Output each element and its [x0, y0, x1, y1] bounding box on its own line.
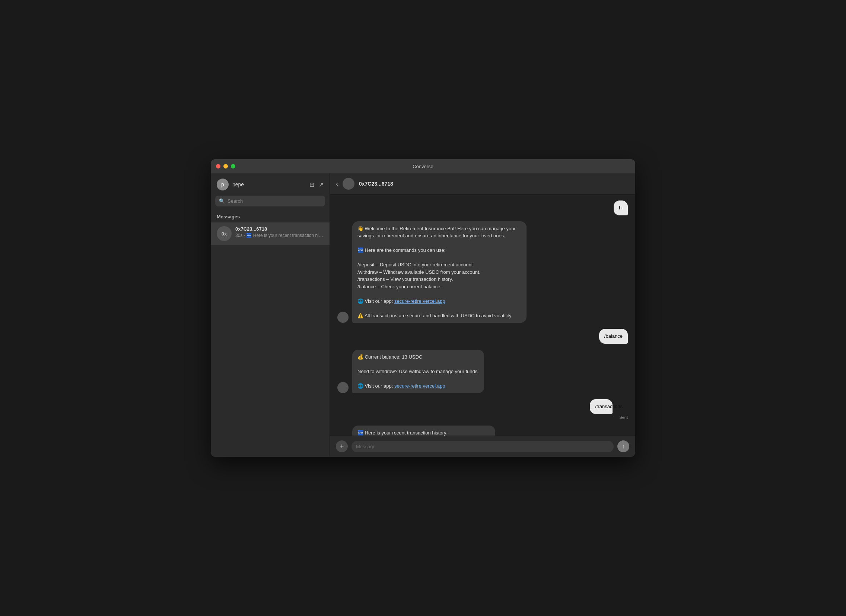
app-window: Converse p pepe ⊞ ↗ 🔍 Messages: [211, 159, 635, 457]
sidebar-icons: ⊞ ↗: [309, 181, 324, 188]
bubble-sent-transactions: /transactions: [590, 399, 612, 414]
conv-preview: 30s · 🏧 Here is your recent transaction …: [235, 233, 324, 238]
message-row-received-balance: 💰 Current balance: 13 USDC Need to withd…: [337, 350, 628, 393]
msg-avatar-balance: [337, 382, 349, 393]
conversation-item[interactable]: 0x 0x7C23...6718 30s · 🏧 Here is your re…: [211, 223, 330, 245]
sidebar: p pepe ⊞ ↗ 🔍 Messages 0x 0x7C23...6718: [211, 173, 330, 457]
compose-icon-button[interactable]: ↗: [319, 181, 324, 188]
message-row-received-transactions: 🏧 Here is your recent transaction histor…: [337, 425, 628, 436]
bubble-received-welcome: 👋 Welcome to the Retirement Insurance Bo…: [352, 221, 527, 323]
message-input[interactable]: [352, 441, 614, 452]
conv-details: 0x7C23...6718 30s · 🏧 Here is your recen…: [235, 226, 324, 238]
plus-button[interactable]: +: [336, 440, 348, 452]
title-bar: Converse: [211, 159, 635, 173]
messages-container: hi 👋 Welcome to the Retirement Insurance…: [330, 195, 635, 436]
message-row-sent-transactions: /transactions Sent: [337, 399, 628, 419]
chat-contact-avatar: [343, 178, 355, 190]
window-title: Converse: [413, 164, 433, 169]
bubble-received-transactions: 🏧 Here is your recent transaction histor…: [352, 425, 495, 436]
input-area: + ↑: [330, 436, 635, 457]
conv-avatar: 0x: [217, 226, 232, 241]
bubble-sent-hi: hi: [614, 201, 628, 216]
username: pepe: [232, 182, 244, 188]
close-button[interactable]: [216, 164, 221, 169]
search-icon: 🔍: [219, 198, 225, 204]
user-info: p pepe: [217, 179, 244, 191]
msg-avatar-welcome: [337, 312, 349, 323]
message-row-sent-hi: hi: [337, 201, 628, 216]
bubble-received-balance: 💰 Current balance: 13 USDC Need to withd…: [352, 350, 484, 393]
back-button[interactable]: ‹: [336, 180, 338, 188]
send-button[interactable]: ↑: [617, 440, 629, 452]
message-row-received-welcome: 👋 Welcome to the Retirement Insurance Bo…: [337, 221, 628, 323]
search-input[interactable]: [228, 198, 321, 204]
minimize-button[interactable]: [224, 164, 228, 169]
link-secure-retire-1[interactable]: secure-retire.vercel.app: [394, 298, 445, 304]
main-content: p pepe ⊞ ↗ 🔍 Messages 0x 0x7C23...6718: [211, 173, 635, 457]
sent-label: Sent: [590, 415, 628, 419]
messages-section-label: Messages: [211, 211, 330, 223]
message-group-transactions: /transactions Sent: [590, 399, 628, 419]
conversation-list: 0x 0x7C23...6718 30s · 🏧 Here is your re…: [211, 223, 330, 457]
search-bar[interactable]: 🔍: [215, 196, 325, 207]
sidebar-header: p pepe ⊞ ↗: [211, 173, 330, 196]
traffic-lights: [216, 164, 235, 169]
maximize-button[interactable]: [231, 164, 235, 169]
link-secure-retire-2[interactable]: secure-retire.vercel.app: [394, 383, 445, 389]
chat-header: ‹ 0x7C23...6718: [330, 173, 635, 195]
chat-area: ‹ 0x7C23...6718 hi 👋 Welcome to the Reti…: [330, 173, 635, 457]
conv-name: 0x7C23...6718: [235, 226, 324, 232]
bubble-sent-balance: /balance: [599, 329, 628, 344]
message-row-sent-balance: /balance: [337, 329, 628, 344]
chat-contact-name: 0x7C23...6718: [359, 181, 393, 187]
grid-icon-button[interactable]: ⊞: [309, 181, 314, 188]
avatar: p: [217, 179, 229, 191]
